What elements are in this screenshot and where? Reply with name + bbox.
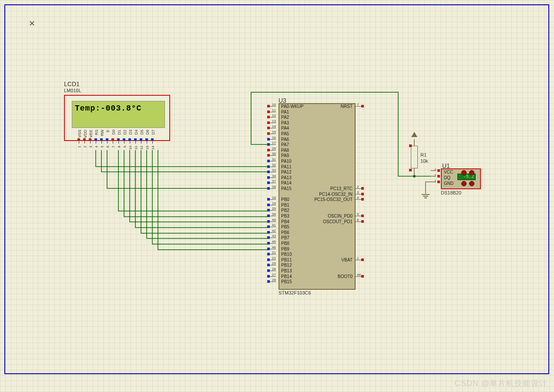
- pin-stub: [270, 112, 276, 112]
- pin-dot: [267, 225, 270, 228]
- lcd-pin-num: 9: [123, 146, 127, 147]
- mcu-pin-label: PB2: [281, 208, 289, 213]
- pin-dot: [89, 138, 91, 141]
- mcu-pin-label: PC14-OSC32_IN: [319, 192, 353, 197]
- sensor-pinnum-1: 1: [434, 179, 436, 183]
- pin-dot: [123, 138, 125, 141]
- sensor-down-button[interactable]: [469, 170, 474, 175]
- pin-dot: [267, 264, 270, 266]
- mcu-pin-label: PA12: [281, 170, 292, 174]
- pin-dot: [361, 187, 364, 190]
- pin-dot: [267, 127, 270, 129]
- pin-dot: [267, 171, 270, 173]
- mcu-pin-label: PB14: [281, 274, 292, 279]
- mcu-pin-label: PC15-OSC32_OUT: [314, 197, 353, 202]
- pin-dot: [106, 138, 108, 141]
- pin-dot: [267, 258, 270, 261]
- pin-dot: [134, 138, 137, 141]
- mcu-pin-label: PA8: [281, 148, 289, 153]
- pin-stub: [270, 238, 276, 238]
- pin-stub: [270, 243, 276, 244]
- pin-dot: [361, 258, 364, 261]
- sensor-pin-vcc: VCC: [444, 170, 453, 174]
- sensor-btn3[interactable]: [461, 181, 467, 186]
- pin-dot: [361, 193, 364, 195]
- pin-stub: [270, 144, 276, 145]
- lcd-pin-label: VSS: [77, 130, 82, 137]
- resistor-ref: R1: [420, 152, 426, 157]
- mcu-pin-label: PA1: [281, 110, 289, 114]
- sensor-pin-gnd: GND: [444, 181, 453, 186]
- pin-stub: [270, 281, 276, 282]
- sensor-btn4[interactable]: [469, 181, 474, 186]
- lcd-pin-num: 14: [151, 146, 155, 150]
- pin-dot: [117, 138, 120, 141]
- power-vcc-icon: [411, 132, 417, 137]
- pin-dot: [140, 138, 142, 141]
- mcu-pin-label: PB4: [281, 219, 289, 224]
- lcd-pin-num: 13: [145, 146, 149, 150]
- pin-dot: [267, 160, 270, 162]
- mcu-pin-label: PB6: [281, 230, 289, 235]
- lcd-pin-label: D7: [151, 130, 155, 135]
- mcu-pin-label: VBAT: [342, 258, 353, 262]
- pin-stub: [270, 227, 276, 227]
- pin-dot: [77, 138, 80, 141]
- pin-stub: [355, 194, 361, 194]
- pin-dot: [361, 214, 364, 217]
- resistor-pin1: [409, 144, 412, 147]
- lcd-pin-label: RS: [94, 130, 99, 135]
- pin-dot: [267, 269, 270, 272]
- lcd-pin-label: VEE: [89, 130, 93, 137]
- lcd-pin-label: VDD: [83, 130, 87, 138]
- pin-dot: [361, 275, 364, 278]
- pin-dot: [94, 138, 97, 141]
- lcd-pin-num: 11: [134, 146, 138, 150]
- pin-dot: [361, 220, 364, 223]
- pin-stub: [270, 249, 276, 249]
- pin-stub: [355, 199, 361, 200]
- pin-stub: [270, 221, 276, 222]
- lcd-pin-num: 5: [100, 146, 104, 147]
- pin-dot: [83, 138, 86, 141]
- pin-dot: [267, 204, 270, 206]
- mcu-pin-label: PB13: [281, 268, 292, 273]
- sensor-up-button[interactable]: [461, 170, 467, 175]
- pin-dot: [267, 181, 270, 184]
- pin-stub: [270, 134, 276, 134]
- pin-dot: [437, 169, 440, 172]
- mcu-pin-label: PA15: [281, 186, 292, 191]
- pin-stub: [355, 260, 361, 260]
- lcd-pin-label: D4: [134, 130, 138, 135]
- resistor[interactable]: [411, 146, 418, 168]
- close-icon[interactable]: ✕: [29, 19, 35, 28]
- pin-stub: [270, 188, 276, 189]
- mcu-pin-label: PB12: [281, 263, 292, 268]
- mcu-pin-label: PA11: [281, 164, 292, 169]
- lcd-pin-num: 2: [83, 146, 87, 147]
- resistor-val: 10k: [420, 158, 428, 164]
- pin-dot: [267, 242, 270, 245]
- pin-dot: [267, 187, 270, 190]
- sensor-pin-dq: DQ: [444, 175, 450, 180]
- pin-dot: [267, 253, 270, 255]
- mcu-pin-label: PB1: [281, 203, 289, 208]
- watermark: CSDN @单片机技能设计: [455, 378, 547, 389]
- pin-stub: [270, 139, 276, 140]
- page-border: [4, 4, 549, 374]
- pin-stub: [270, 172, 276, 172]
- mcu-pin-label: PA3: [281, 121, 289, 125]
- pin-dot: [437, 175, 440, 178]
- lcd-display: Temp:-003.8°C: [72, 101, 165, 128]
- pin-dot: [267, 209, 270, 211]
- lcd-pin-num: 8: [117, 146, 121, 147]
- mcu-pin-label: PA0-WKUP: [281, 104, 304, 109]
- lcd-pin-label: E: [106, 130, 110, 132]
- pin-dot: [267, 143, 270, 146]
- mcu-pin-label: PB9: [281, 247, 289, 251]
- mcu-pin-label: PC13_RTC: [330, 186, 353, 191]
- pin-stub: [270, 216, 276, 216]
- lcd-pin-label: D6: [145, 130, 150, 135]
- lcd-pin-label: D3: [128, 130, 133, 135]
- pin-dot: [267, 116, 270, 118]
